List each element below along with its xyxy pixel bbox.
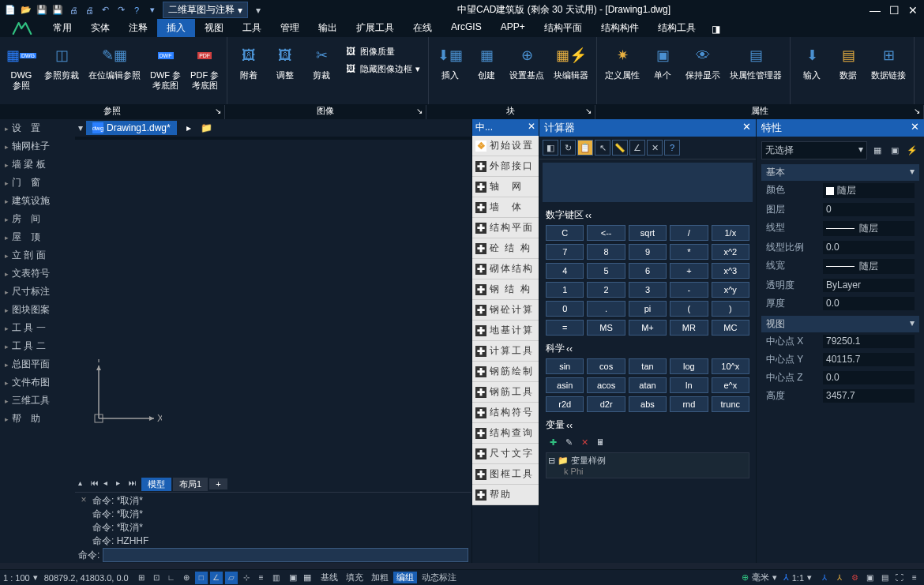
pdf-underlay-button[interactable]: PDFPDF 参 考底图 [187,40,222,103]
ribbon-overflow-icon[interactable]: ◨ [705,21,727,37]
layout-prev-icon[interactable]: ◂ [103,478,115,489]
define-attribute-button[interactable]: ✷定义属性 [602,40,643,103]
palette-item-2[interactable]: ✚轴 网 [472,177,539,197]
section-numpad-header[interactable]: 数字键区‹‹ [546,208,749,222]
dwf-underlay-button[interactable]: DWFDWF 参 考底图 [147,40,184,103]
dyn-icon[interactable]: ⊹ [240,572,253,584]
menu-tab-6[interactable]: 管理 [271,19,309,37]
polar-icon[interactable]: ⊕ [180,572,193,584]
status-toggle-填充[interactable]: 填充 [343,572,366,583]
prop-row-颜色[interactable]: 颜色随层 [761,181,919,201]
calc-dist-icon[interactable]: 📏 [612,140,628,156]
new-tab-button[interactable]: ▸ [182,122,196,133]
redo-icon[interactable]: ↷ [114,3,128,17]
calc-btn-2[interactable]: 2 [587,282,625,298]
snap-icon[interactable]: ⊡ [150,572,163,584]
sidebar-item-16[interactable]: ▸帮 助 [0,410,75,428]
calc-btn-rnd[interactable]: rnd [670,396,708,412]
prop-row-线型[interactable]: 线型随层 [761,219,919,238]
sidebar-item-0[interactable]: ▸设 置 [0,119,75,137]
sidebar-item-15[interactable]: ▸三维工具 [0,392,75,410]
ducs-icon[interactable]: ▱ [225,572,238,584]
calc-btn-x^2[interactable]: x^2 [712,244,749,260]
menu-tab-5[interactable]: 工具 [233,19,271,37]
quickselect-icon[interactable]: ▦ [870,144,885,158]
edit-xref-button[interactable]: ✎▦在位编辑参照 [85,40,144,103]
unit-display[interactable]: ⊕毫米▾ [742,572,777,583]
palette-item-12[interactable]: ✚钢筋工具 [472,382,539,403]
prop-row-中心点 Y[interactable]: 中心点 Y40115.7 [761,351,919,369]
calc-btn-r2d[interactable]: r2d [546,396,584,412]
sidebar-item-12[interactable]: ▸工 具 二 [0,337,75,355]
sidebar-item-5[interactable]: ▸房 间 [0,210,75,228]
app-logo[interactable] [6,20,38,37]
var-new-icon[interactable]: ✚ [546,435,560,449]
palette-item-3[interactable]: ✚墙 体 [472,197,539,218]
calculator-close-icon[interactable]: ✕ [742,121,751,135]
hide-image-frame-button[interactable]: 🖼隐藏图像边框▾ [341,61,423,77]
layout-first-icon[interactable]: ⏮ [91,478,102,489]
block-editor-button[interactable]: ▦⚡块编辑器 [550,40,592,103]
calc-btn-MR[interactable]: MR [670,320,708,336]
customize-icon[interactable]: ≡ [908,572,921,584]
menu-tab-7[interactable]: 输出 [309,19,347,37]
sidebar-item-9[interactable]: ▸尺寸标注 [0,283,75,301]
layout-toggle-icon[interactable]: ▦ [303,572,311,583]
dialog-launcher-icon[interactable]: ↘ [914,107,920,115]
calc-btn-sqrt[interactable]: sqrt [629,225,667,241]
model-toggle-icon[interactable]: ▣ [289,572,297,583]
single-button[interactable]: ▣单个 [646,40,679,103]
lwt-icon[interactable]: ≡ [255,572,268,584]
layout-last-icon[interactable]: ⏭ [129,478,140,489]
sidebar-item-4[interactable]: ▸建筑设施 [0,192,75,210]
calc-btn-10^x[interactable]: 10^x [712,358,749,374]
calc-btn-cos[interactable]: cos [587,358,625,374]
clip-image-button[interactable]: ✂剪裁 [305,40,338,103]
menu-tab-12[interactable]: 结构平面 [535,19,592,37]
calc-paste-icon[interactable]: 📋 [577,140,593,156]
minimize-button[interactable]: — [867,3,883,17]
calc-btn-4[interactable]: 4 [546,263,584,279]
calc-btn-atan[interactable]: atan [629,377,667,393]
layout-tab-add[interactable]: + [209,478,227,489]
data-button[interactable]: ▤数据 [832,40,865,103]
saveall-icon[interactable]: 💾 [51,3,65,17]
palette-item-8[interactable]: ✚钢砼计算 [472,300,539,321]
dialog-launcher-icon[interactable]: ↘ [215,107,221,115]
prop-row-高度[interactable]: 高度3457.7 [761,387,919,405]
calc-btn-MC[interactable]: MC [712,320,749,336]
calc-btn-trunc[interactable]: trunc [712,396,749,412]
maximize-button[interactable]: ☐ [886,3,902,17]
otrack-icon[interactable]: ∠ [210,572,223,584]
sidebar-item-1[interactable]: ▸轴网柱子 [0,137,75,156]
menu-tab-10[interactable]: ArcGIS [441,19,491,37]
save-icon[interactable]: 💾 [35,3,49,17]
menu-tab-4[interactable]: 视图 [195,19,233,37]
hardware-accel-icon[interactable]: ▣ [863,572,876,584]
palette-item-15[interactable]: ✚尺寸文字 [472,444,539,464]
status-toggle-编组[interactable]: 编组 [393,572,417,583]
palette-item-0[interactable]: ❖初始设置 [472,136,539,156]
calc-btn-<--[interactable]: <-- [587,225,625,241]
palette-item-9[interactable]: ✚地基计算 [472,321,539,341]
calc-btn-C[interactable]: C [546,225,584,241]
layout-up-icon[interactable]: ▴ [78,478,89,489]
annotation-scale[interactable]: ⅄1:1▾ [783,572,812,583]
document-tab-active[interactable]: dwgDrawing1.dwg* [86,121,177,135]
palette-close-icon[interactable]: ✕ [528,121,535,134]
new-icon[interactable]: 📄 [3,3,17,17]
calc-btn-acos[interactable]: acos [587,377,625,393]
prop-row-中心点 Z[interactable]: 中心点 Z0.0 [761,369,919,387]
calc-btn-1/x[interactable]: 1/x [712,225,749,241]
image-quality-button[interactable]: 🖼图像质量 [341,43,423,59]
calc-help-icon[interactable]: ? [664,140,680,156]
calc-btn-asin[interactable]: asin [546,377,584,393]
section-scientific-header[interactable]: 科学‹‹ [546,342,749,355]
calc-getpt-icon[interactable]: ↖ [595,140,610,156]
var-calc-icon[interactable]: 🖩 [593,435,607,449]
prop-row-透明度[interactable]: 透明度ByLayer [761,276,919,294]
calc-clear-icon[interactable]: ◧ [543,140,558,156]
viewport[interactable]: XY [75,140,471,476]
prop-row-中心点 X[interactable]: 中心点 X79250.1 [761,332,919,351]
workspace-select[interactable]: 二维草图与注释▾ [163,2,248,18]
